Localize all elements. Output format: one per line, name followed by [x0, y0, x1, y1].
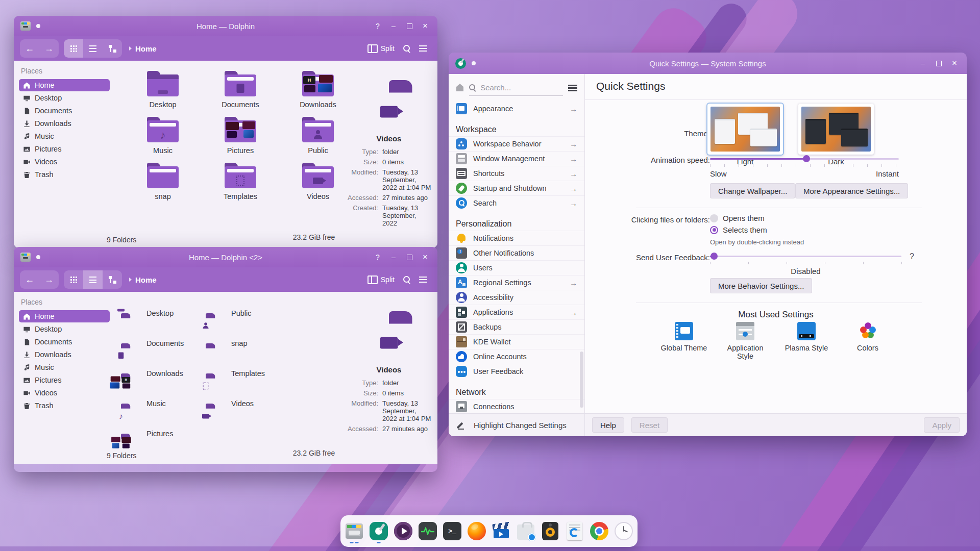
tree-view-button[interactable] — [103, 39, 122, 58]
minimize-button[interactable] — [387, 251, 400, 263]
media-player-icon[interactable] — [394, 519, 413, 543]
place-desktop[interactable]: Desktop — [19, 323, 110, 335]
folder-item-snap[interactable]: snap — [206, 328, 290, 358]
place-documents[interactable]: Documents — [19, 105, 110, 117]
search-button[interactable] — [399, 270, 415, 289]
place-downloads[interactable]: Downloads — [19, 348, 110, 361]
sidebar-item-connections[interactable]: Connections — [449, 399, 584, 413]
breadcrumb[interactable]: Home — [129, 276, 157, 284]
folder-item-music[interactable]: Music — [121, 388, 206, 418]
dolphin-file-manager-icon[interactable] — [345, 519, 364, 543]
folder-item-downloads[interactable]: H Downloads — [287, 71, 349, 109]
titlebar[interactable]: Home — Dolphin <2> — [14, 247, 437, 267]
close-button[interactable] — [419, 20, 431, 32]
settings-search-input[interactable] — [479, 83, 563, 92]
apply-button[interactable]: Apply — [924, 417, 960, 433]
folder-item-desktop[interactable]: Desktop — [132, 71, 193, 109]
terminal-icon[interactable]: >_ — [443, 519, 462, 543]
more-appearance-settings-button[interactable]: More Appearance Settings... — [795, 183, 908, 198]
most-used-plasma-style[interactable]: Plasma Style — [782, 322, 831, 360]
folder-item-pictures[interactable]: Pictures — [210, 117, 271, 155]
sidebar-item-search[interactable]: Search — [449, 195, 584, 210]
folder-item-desktop[interactable]: Desktop — [121, 298, 206, 328]
folder-item-videos[interactable]: Videos — [287, 163, 349, 201]
document-viewer-icon[interactable] — [565, 519, 584, 543]
most-used-global-theme[interactable]: Global Theme — [659, 322, 708, 360]
sidebar-item-notifications[interactable]: Notifications — [449, 231, 584, 245]
minimize-button[interactable] — [917, 57, 929, 69]
sidebar-item-shortcuts[interactable]: Shortcuts — [449, 166, 584, 181]
user-feedback-slider[interactable] — [710, 252, 901, 260]
breadcrumb[interactable]: Home — [129, 44, 157, 53]
animation-speed-slider[interactable] — [710, 155, 899, 163]
back-button[interactable] — [20, 39, 39, 58]
folder-item-music[interactable]: Music — [132, 117, 193, 155]
titlebar[interactable]: Home — Dolphin — [14, 16, 437, 36]
sidebar-item-startup-shutdown[interactable]: Startup and Shutdown — [449, 181, 584, 195]
tree-view-button[interactable] — [103, 270, 122, 289]
sidebar-item-accessibility[interactable]: Accessibility — [449, 290, 584, 305]
help-button[interactable] — [372, 20, 384, 32]
search-field[interactable] — [469, 80, 563, 96]
place-desktop[interactable]: Desktop — [19, 92, 110, 104]
place-music[interactable]: Music — [19, 361, 110, 373]
kdenlive-icon[interactable] — [492, 519, 511, 543]
place-videos[interactable]: Videos — [19, 156, 110, 168]
place-home[interactable]: Home — [19, 310, 110, 322]
discover-icon[interactable] — [516, 519, 535, 543]
split-button[interactable]: Split — [363, 39, 399, 58]
home-icon[interactable] — [456, 84, 464, 91]
sidebar-item-online-accounts[interactable]: Online Accounts — [449, 349, 584, 364]
folder-item-downloads[interactable]: H Downloads — [121, 358, 206, 388]
clock-icon[interactable] — [614, 519, 633, 543]
list-view-button[interactable] — [83, 39, 103, 58]
more-behavior-settings-button[interactable]: More Behavior Settings... — [710, 278, 812, 293]
forward-button[interactable] — [39, 270, 59, 289]
theme-light-option[interactable] — [707, 104, 783, 155]
change-wallpaper-button[interactable]: Change Wallpaper... — [710, 183, 795, 198]
list-view-button[interactable] — [83, 270, 103, 289]
place-home[interactable]: Home — [19, 79, 110, 91]
selects-them-radio[interactable]: Selects them — [710, 226, 767, 234]
firefox-icon[interactable] — [467, 519, 487, 543]
place-documents[interactable]: Documents — [19, 336, 110, 348]
split-button[interactable]: Split — [363, 270, 399, 289]
hamburger-icon[interactable] — [568, 85, 577, 91]
sidebar-item-kde-wallet[interactable]: KDE Wallet — [449, 334, 584, 349]
reset-button[interactable]: Reset — [631, 417, 668, 433]
folder-item-documents[interactable]: Documents — [210, 71, 271, 109]
close-button[interactable] — [419, 251, 431, 263]
place-videos[interactable]: Videos — [19, 387, 110, 399]
forward-button[interactable] — [39, 39, 59, 58]
sidebar-scrollbar[interactable] — [580, 352, 583, 408]
maximize-button[interactable] — [933, 57, 945, 69]
menu-button[interactable] — [415, 39, 431, 58]
feedback-help-icon[interactable]: ? — [910, 252, 914, 261]
maximize-button[interactable] — [403, 251, 415, 263]
help-button[interactable]: Help — [592, 417, 624, 433]
highlight-changed-settings-toggle[interactable]: Highlight Changed Settings — [449, 413, 584, 436]
folder-item-pictures[interactable]: Pictures — [121, 418, 206, 448]
place-trash[interactable]: Trash — [19, 399, 110, 412]
close-button[interactable] — [948, 57, 961, 69]
place-downloads[interactable]: Downloads — [19, 117, 110, 130]
maximize-button[interactable] — [403, 20, 415, 32]
chrome-icon[interactable] — [589, 519, 609, 543]
folder-item-snap[interactable]: snap — [132, 163, 193, 201]
place-trash[interactable]: Trash — [19, 168, 110, 181]
menu-button[interactable] — [415, 270, 431, 289]
opens-them-radio[interactable]: Opens them — [710, 214, 765, 222]
folder-item-public[interactable]: Public — [287, 117, 349, 155]
sidebar-item-appearance[interactable]: Appearance — [449, 102, 584, 116]
search-button[interactable] — [399, 39, 415, 58]
system-settings-icon[interactable] — [369, 519, 389, 543]
place-pictures[interactable]: Pictures — [19, 143, 110, 155]
help-button[interactable] — [372, 251, 384, 263]
sidebar-item-other-notifications[interactable]: Other Notifications — [449, 245, 584, 260]
sidebar-item-users[interactable]: Users — [449, 260, 584, 275]
sidebar-item-window-management[interactable]: Window Management — [449, 151, 584, 166]
speaker-audio-icon[interactable] — [540, 519, 560, 543]
folder-item-videos[interactable]: Videos — [206, 388, 290, 418]
folder-item-documents[interactable]: Documents — [121, 328, 206, 358]
icons-view-button[interactable] — [64, 270, 83, 289]
